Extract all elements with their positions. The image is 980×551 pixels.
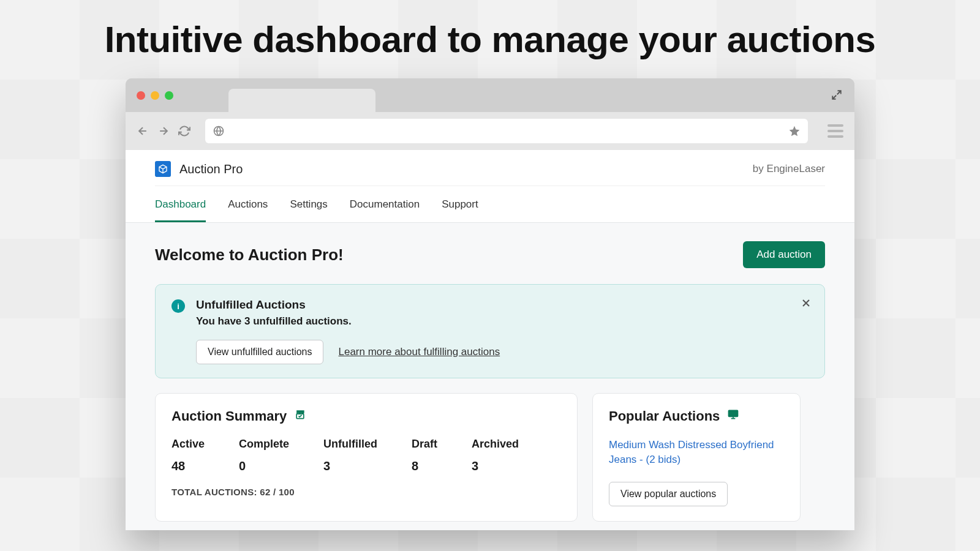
back-icon[interactable] [137,125,149,137]
stat-draft: Draft 8 [412,438,437,473]
browser-tabbar [126,78,854,112]
add-auction-button[interactable]: Add auction [743,241,825,268]
stat-label: Archived [472,438,519,451]
forward-icon[interactable] [157,125,170,137]
summary-title: Auction Summary [172,408,287,424]
stat-active: Active 48 [172,438,205,473]
byline: by EngineLaser [753,163,825,175]
close-icon[interactable] [800,297,812,312]
stat-value: 8 [412,459,437,473]
browser-toolbar [126,112,854,150]
stat-label: Draft [412,438,437,451]
alert-body-text: You have 3 unfulfilled auctions. [196,315,500,328]
page-title: Welcome to Auction Pro! [155,246,344,264]
summary-card: Auction Summary Active 48 Complete 0 [155,393,578,522]
browser-window: Auction Pro by EngineLaser Dashboard Auc… [126,78,854,530]
window-controls [137,91,173,100]
stat-label: Complete [239,438,289,451]
url-bar[interactable] [205,119,808,143]
unfulfilled-alert: i Unfulfilled Auctions You have 3 unfulf… [155,284,825,378]
brand: Auction Pro [155,161,243,177]
stat-value: 48 [172,459,205,473]
tab-dashboard[interactable]: Dashboard [155,187,206,222]
popular-card: Popular Auctions Medium Wash Distressed … [592,393,801,522]
app-content: Auction Pro by EngineLaser Dashboard Auc… [126,150,854,530]
page-header: Welcome to Auction Pro! Add auction [155,241,825,268]
reload-icon[interactable] [178,125,190,137]
stat-label: Unfulfilled [323,438,377,451]
maximize-window-icon[interactable] [165,91,173,100]
view-popular-button[interactable]: View popular auctions [609,482,728,506]
stat-archived: Archived 3 [472,438,519,473]
alert-title: Unfulfilled Auctions [196,298,500,312]
brand-logo-icon [155,161,171,177]
expand-icon[interactable] [831,89,842,103]
svg-rect-2 [729,410,738,416]
info-icon: i [172,299,185,313]
brand-name: Auction Pro [179,162,243,176]
stat-value: 3 [323,459,377,473]
tab-auctions[interactable]: Auctions [228,187,268,222]
close-window-icon[interactable] [137,91,145,100]
minimize-window-icon[interactable] [151,91,159,100]
tab-documentation[interactable]: Documentation [350,187,420,222]
stat-value: 3 [472,459,519,473]
store-check-icon [294,408,306,424]
stat-unfulfilled: Unfulfilled 3 [323,438,377,473]
stat-value: 0 [239,459,289,473]
globe-icon [213,125,225,137]
popular-title: Popular Auctions [609,408,720,424]
view-unfulfilled-button[interactable]: View unfulfilled auctions [196,340,323,364]
app-header: Auction Pro by EngineLaser Dashboard Auc… [126,150,854,223]
tab-support[interactable]: Support [442,187,478,222]
marketing-headline: Intuitive dashboard to manage your aucti… [0,18,980,61]
browser-tab[interactable] [228,89,375,112]
stat-complete: Complete 0 [239,438,289,473]
page-body: Welcome to Auction Pro! Add auction i Un… [126,223,854,530]
total-auctions: TOTAL AUCTIONS: 62 / 100 [172,487,561,497]
nav-tabs: Dashboard Auctions Settings Documentatio… [155,186,825,222]
tab-settings[interactable]: Settings [290,187,327,222]
popular-auction-link[interactable]: Medium Wash Distressed Boyfriend Jeans -… [609,438,784,467]
monitor-icon [727,408,739,424]
stat-label: Active [172,438,205,451]
learn-more-link[interactable]: Learn more about fulfilling auctions [338,346,500,358]
menu-icon[interactable] [827,124,843,138]
star-icon[interactable] [788,125,801,137]
